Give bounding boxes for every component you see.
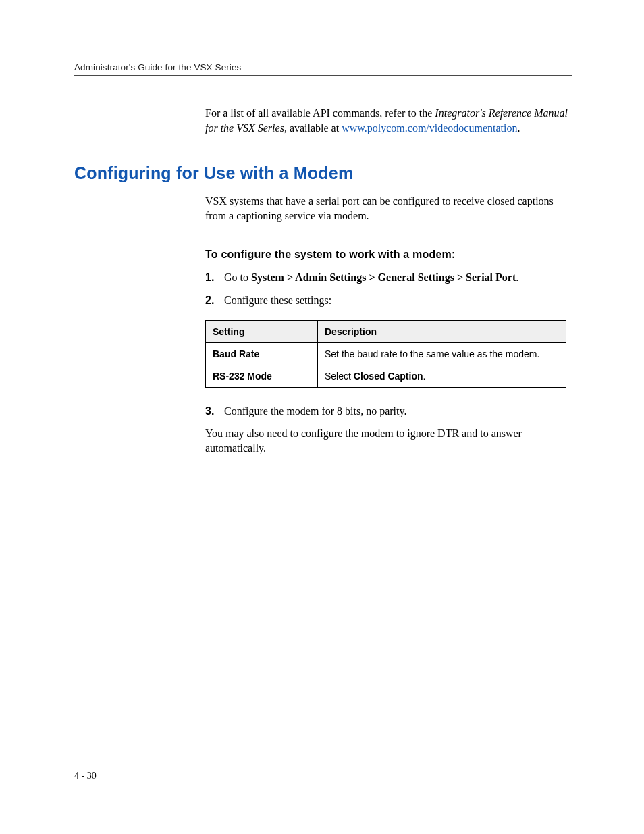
section-body: VSX systems that have a serial port can …	[205, 194, 572, 455]
table-row2-desc-pre: Select	[325, 371, 354, 382]
section-heading: Configuring for Use with a Modem	[74, 163, 572, 183]
section-para-1: VSX systems that have a serial port can …	[205, 194, 572, 223]
intro-paragraph: For a list of all available API commands…	[205, 106, 572, 135]
table-row2-desc-bold: Closed Caption	[354, 371, 423, 382]
table-row2-desc-post: .	[423, 371, 425, 382]
steps-list-continued: 3. Configure the modem for 8 bits, no pa…	[205, 404, 572, 419]
table-header-description: Description	[318, 320, 566, 342]
table-row1-setting: Baud Rate	[206, 342, 318, 365]
intro-text-before: For a list of all available API commands…	[205, 107, 435, 119]
table-row: Baud Rate Set the baud rate to the same …	[206, 342, 566, 365]
header-rule	[74, 75, 572, 76]
step-3-text: Configure the modem for 8 bits, no parit…	[224, 404, 406, 419]
step-3: 3. Configure the modem for 8 bits, no pa…	[205, 404, 572, 419]
step-1: 1. Go to System > Admin Settings > Gener…	[205, 270, 572, 285]
intro-text-after: , available at	[284, 122, 342, 134]
table-row2-setting: RS-232 Mode	[206, 365, 318, 387]
step-1-nav-path: System > Admin Settings > General Settin…	[251, 271, 516, 283]
running-header: Administrator's Guide for the VSX Series	[74, 62, 572, 75]
closing-paragraph: You may also need to configure the modem…	[205, 426, 572, 455]
step-3-number: 3.	[205, 405, 224, 417]
table-row: RS-232 Mode Select Closed Caption.	[206, 365, 566, 387]
documentation-link[interactable]: www.polycom.com/videodocumentation	[342, 122, 517, 134]
table-row2-desc: Select Closed Caption.	[318, 365, 566, 387]
page-container: Administrator's Guide for the VSX Series…	[0, 0, 644, 834]
steps-list: 1. Go to System > Admin Settings > Gener…	[205, 270, 572, 307]
page-number: 4 - 30	[74, 771, 97, 781]
step-1-number: 1.	[205, 271, 224, 284]
step-2-number: 2.	[205, 294, 224, 307]
step-2: 2. Configure these settings:	[205, 293, 572, 308]
step-1-text: Go to System > Admin Settings > General …	[224, 270, 518, 285]
settings-table: Setting Description Baud Rate Set the ba…	[205, 320, 566, 388]
table-header-row: Setting Description	[206, 320, 566, 342]
step-2-text: Configure these settings:	[224, 293, 331, 308]
step-1-pre: Go to	[224, 271, 251, 283]
procedure-heading: To configure the system to work with a m…	[205, 249, 572, 261]
table-header-setting: Setting	[206, 320, 318, 342]
intro-period: .	[517, 122, 520, 134]
intro-block: For a list of all available API commands…	[205, 106, 572, 135]
table-row1-desc: Set the baud rate to the same value as t…	[318, 342, 566, 365]
step-1-post: .	[516, 271, 518, 283]
